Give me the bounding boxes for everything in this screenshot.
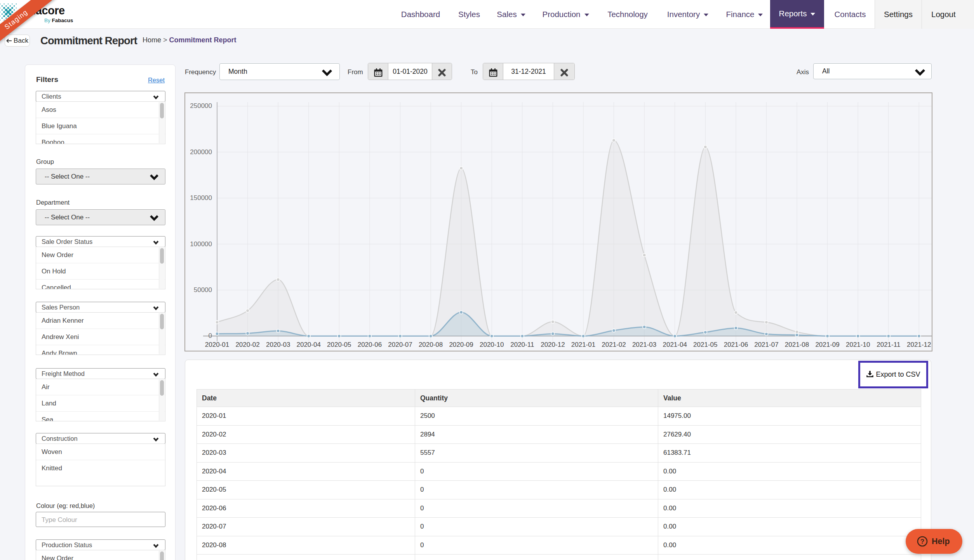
svg-text:100000: 100000: [190, 240, 212, 248]
svg-text:2020-12: 2020-12: [541, 341, 565, 348]
svg-text:2020-08: 2020-08: [419, 341, 443, 348]
svg-text:2021-05: 2021-05: [693, 341, 717, 348]
svg-text:2020-11: 2020-11: [510, 341, 534, 348]
svg-text:50000: 50000: [194, 286, 212, 294]
svg-text:200000: 200000: [190, 148, 212, 156]
svg-text:2021-06: 2021-06: [724, 341, 748, 348]
svg-text:2020-05: 2020-05: [327, 341, 351, 348]
svg-text:2020-02: 2020-02: [235, 341, 259, 348]
svg-text:2021-08: 2021-08: [785, 341, 809, 348]
svg-text:2021-04: 2021-04: [663, 341, 687, 348]
svg-text:2021-02: 2021-02: [602, 341, 626, 348]
svg-text:2020-06: 2020-06: [358, 341, 382, 348]
svg-text:2020-07: 2020-07: [388, 341, 412, 348]
svg-text:2020-01: 2020-01: [205, 341, 229, 348]
svg-text:2021-01: 2021-01: [571, 341, 595, 348]
svg-text:2021-10: 2021-10: [846, 341, 870, 348]
svg-text:2021-07: 2021-07: [754, 341, 778, 348]
svg-text:250000: 250000: [190, 102, 212, 110]
svg-text:2021-03: 2021-03: [632, 341, 656, 348]
svg-text:150000: 150000: [190, 194, 212, 202]
svg-text:2020-04: 2020-04: [297, 341, 321, 348]
svg-text:2020-09: 2020-09: [449, 341, 473, 348]
svg-text:2020-10: 2020-10: [480, 341, 504, 348]
svg-text:0: 0: [209, 332, 212, 339]
svg-text:2021-09: 2021-09: [815, 341, 839, 348]
svg-text:2020-03: 2020-03: [266, 341, 290, 348]
svg-text:2021-11: 2021-11: [877, 341, 900, 348]
svg-text:?: ?: [920, 538, 924, 545]
svg-text:2021-12: 2021-12: [907, 341, 931, 348]
